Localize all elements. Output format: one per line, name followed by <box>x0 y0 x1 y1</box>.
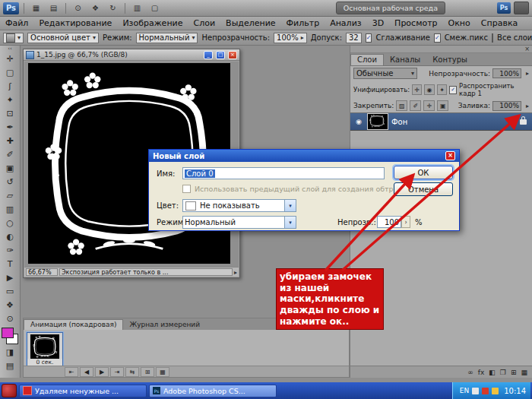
eyedropper-tool-button[interactable]: ✒ <box>2 120 19 134</box>
dodge-tool-button[interactable]: ◐ <box>2 230 19 243</box>
opacity-spinner-icon[interactable]: › <box>401 216 410 228</box>
antialias-checkbox[interactable]: ✓ <box>366 33 372 43</box>
duplicate-frame-button[interactable]: ⊞ <box>141 367 154 377</box>
document-title-bar[interactable]: 1_15.jpg @ 66,7% (RGB/8) _ □ × <box>24 49 239 61</box>
layer-opacity-field[interactable]: 100% <box>492 68 521 78</box>
brush-tool-button[interactable]: ✐ <box>2 147 19 161</box>
clipping-mask-checkbox[interactable] <box>182 185 191 193</box>
menu-analysis[interactable]: Анализ <box>325 17 367 29</box>
lock-position-icon[interactable]: ✛ <box>423 100 435 111</box>
zoom-tool-button[interactable]: ⊙ <box>2 312 19 325</box>
rotate-view-icon[interactable]: ↻ <box>106 2 120 14</box>
menu-select[interactable]: Выделение <box>220 17 281 29</box>
hand-tool-button[interactable]: ❖ <box>2 298 19 312</box>
play-button[interactable]: ▶ <box>95 367 109 377</box>
cancel-button[interactable]: Отмена <box>394 182 453 196</box>
lock-all-icon[interactable]: ▣ <box>437 100 448 111</box>
language-indicator[interactable]: EN <box>460 387 469 394</box>
path-selection-tool-button[interactable]: ▶ <box>2 271 19 284</box>
tab-animation[interactable]: Анимация (покадровая) <box>24 319 123 330</box>
screen-mode-button[interactable]: ▤ <box>2 359 19 372</box>
menu-filter[interactable]: Фильтр <box>281 17 325 29</box>
maximize-button[interactable]: □ <box>216 51 225 59</box>
quick-selection-tool-button[interactable]: ✦ <box>2 93 19 106</box>
screen-mode-icon[interactable]: ▢ <box>147 2 162 14</box>
slider-arrow-icon[interactable]: ▸ <box>301 34 304 41</box>
unify-position-icon[interactable]: ✛ <box>412 84 422 95</box>
view-extras-icon[interactable]: ▤ <box>46 2 61 14</box>
menu-3d[interactable]: 3D <box>367 17 389 29</box>
all-layers-checkbox[interactable] <box>492 33 493 43</box>
gradient-tool-button[interactable]: ▥ <box>2 202 19 216</box>
layer-effects-icon[interactable]: fx <box>478 369 485 376</box>
crop-tool-button[interactable]: ⊡ <box>2 106 19 120</box>
clock[interactable]: 10:14 <box>504 387 526 395</box>
chevron-down-icon[interactable]: ▾ <box>284 217 296 228</box>
tray-icon-2[interactable] <box>482 388 489 394</box>
visibility-eye-icon[interactable]: ◉ <box>353 118 364 125</box>
layer-mask-icon[interactable]: ◧ <box>489 369 496 376</box>
unify-style-icon[interactable]: ✦ <box>437 84 447 95</box>
menu-view[interactable]: Просмотр <box>389 17 442 29</box>
quick-mask-button[interactable]: ◨ <box>2 345 19 359</box>
eraser-tool-button[interactable]: ▱ <box>2 188 19 202</box>
tray-icon-3[interactable] <box>492 388 499 394</box>
layer-name[interactable]: Фон <box>391 118 407 126</box>
menu-help[interactable]: Справка <box>476 17 523 29</box>
new-layer-icon[interactable]: ⊞ <box>511 369 517 376</box>
workspace-selector-button[interactable]: Основная рабочая среда <box>336 2 445 14</box>
blur-tool-button[interactable]: ○ <box>2 216 19 230</box>
blend-mode-dropdown[interactable]: Обычные ▾ <box>353 68 417 79</box>
layer-lock-icon[interactable] <box>520 119 527 125</box>
ok-button[interactable]: ОК <box>394 166 453 179</box>
healing-brush-tool-button[interactable]: ✚ <box>2 134 19 147</box>
lock-transparency-icon[interactable]: ▨ <box>396 100 407 111</box>
minimize-button[interactable]: _ <box>204 51 213 59</box>
menu-file[interactable]: Файл <box>0 17 33 29</box>
history-brush-tool-button[interactable]: ↺ <box>2 175 19 188</box>
previous-frame-button[interactable]: ◀ <box>80 367 93 377</box>
frame-delay-dropdown[interactable]: 0 сек. <box>27 359 62 366</box>
type-tool-button[interactable]: T <box>2 257 19 271</box>
color-dropdown[interactable]: Не показывать ▾ <box>182 199 296 212</box>
hand-tool-icon[interactable]: ❖ <box>88 2 103 14</box>
status-arrow-icon[interactable]: ▸ <box>234 269 237 276</box>
dialog-close-button[interactable]: × <box>445 151 455 160</box>
zoom-tool-icon[interactable]: ⊙ <box>71 2 85 14</box>
opacity-field[interactable]: 100% ▸ <box>274 33 307 43</box>
slider-arrow-icon[interactable]: ▸ <box>526 103 529 109</box>
lock-pixels-icon[interactable]: ✐ <box>410 100 421 111</box>
delete-layer-icon[interactable]: ▦ <box>521 369 527 376</box>
close-button[interactable]: × <box>228 51 237 59</box>
dialog-mode-dropdown[interactable]: Нормальный ▾ <box>182 216 296 229</box>
contiguous-checkbox[interactable]: ✓ <box>434 33 441 43</box>
new-group-icon[interactable]: ❐ <box>500 369 506 376</box>
move-tool-button[interactable]: ✛ <box>2 52 19 65</box>
menu-image[interactable]: Изображение <box>117 17 188 29</box>
zoom-percentage-field[interactable]: 66,67% <box>26 268 58 276</box>
taskbar-task-1[interactable]: Удаляем ненужные ... <box>19 385 147 397</box>
tool-preset-picker[interactable]: ▾ <box>3 33 24 43</box>
chevron-down-icon[interactable]: ▾ <box>284 200 296 211</box>
tab-paths[interactable]: Контуры <box>426 55 473 65</box>
tray-icon-1[interactable] <box>472 388 479 394</box>
dialog-opacity-field[interactable]: 100 <box>377 216 401 228</box>
menu-edit[interactable]: Редактирование <box>33 17 117 29</box>
delete-frame-button[interactable]: ▦ <box>156 367 169 377</box>
dock-close-icon[interactable]: × <box>524 46 530 52</box>
unify-visibility-icon[interactable]: ◉ <box>424 84 434 95</box>
next-frame-button[interactable]: ⇥ <box>110 367 124 377</box>
app-menu-icon[interactable] <box>514 2 529 14</box>
link-layers-icon[interactable]: ∞ <box>467 369 473 376</box>
layer-thumbnail[interactable] <box>367 113 388 130</box>
tab-measurement-log[interactable]: Журнал измерений <box>123 320 206 330</box>
animation-frame-1[interactable]: 0 сек. <box>27 332 63 367</box>
arrange-documents-icon[interactable]: ▥ <box>130 2 144 14</box>
tab-channels[interactable]: Каналы <box>384 55 426 65</box>
taskbar-task-photoshop[interactable]: Ps Adobe Photoshop CS... <box>149 385 277 397</box>
menu-layers[interactable]: Слои <box>188 17 221 29</box>
shape-tool-button[interactable]: ▭ <box>2 284 19 298</box>
pen-tool-button[interactable]: ✑ <box>2 243 19 257</box>
propagate-frame-checkbox[interactable]: ✓ <box>449 86 457 94</box>
foreground-color-swatch[interactable] <box>2 328 14 338</box>
